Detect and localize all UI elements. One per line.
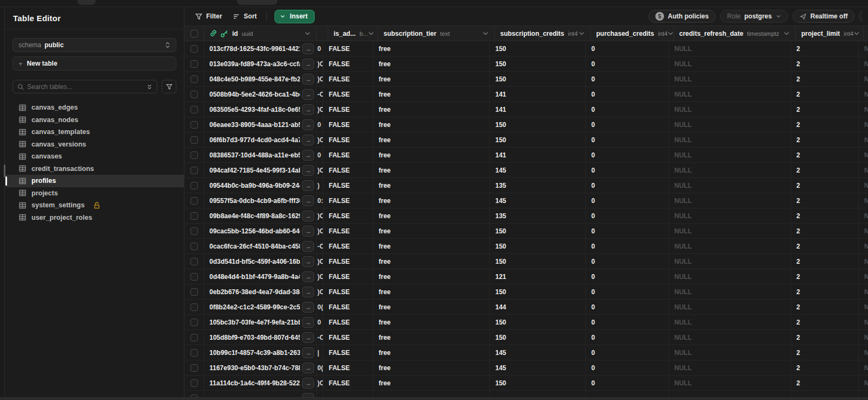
row-checkbox[interactable] bbox=[190, 75, 198, 83]
expand-row-button[interactable]: → bbox=[302, 59, 314, 69]
subscription-credits-cell[interactable]: 150 bbox=[490, 41, 586, 56]
project-limit-cell[interactable]: 2 bbox=[791, 117, 859, 132]
narrow-clipped-cell[interactable]: )C bbox=[317, 376, 323, 390]
id-cell[interactable]: 0d48e4d4-b1bf-4479-9a8b-4a4b...→ bbox=[204, 269, 317, 284]
subscription-tier-cell[interactable]: free bbox=[373, 72, 490, 86]
expand-row-button[interactable]: → bbox=[302, 317, 314, 328]
row-checkbox-cell[interactable] bbox=[184, 132, 204, 147]
expand-row-button[interactable]: → bbox=[302, 211, 314, 221]
credits-refresh-date-cell[interactable]: NULL bbox=[669, 178, 791, 193]
row-checkbox-cell[interactable] bbox=[184, 315, 204, 329]
subscription-credits-cell[interactable]: 150 bbox=[490, 224, 586, 238]
row-checkbox[interactable] bbox=[190, 45, 198, 53]
project-limit-cell[interactable]: 2 bbox=[791, 300, 859, 314]
purchased-credits-cell[interactable]: 0 bbox=[586, 345, 669, 360]
purchased-credits-cell[interactable]: 0 bbox=[586, 102, 669, 117]
purchased-credits-cell[interactable]: 0 bbox=[586, 178, 669, 193]
project-limit-cell[interactable]: 2 bbox=[791, 132, 859, 147]
is-admin-cell[interactable]: FALSE bbox=[323, 330, 373, 345]
column-menu-chevron-icon[interactable] bbox=[783, 30, 790, 36]
expand-row-button[interactable]: → bbox=[302, 165, 314, 176]
clipped-right-cell[interactable]: NULL bbox=[859, 360, 868, 375]
row-checkbox-cell[interactable] bbox=[184, 117, 204, 132]
row-checkbox-cell[interactable] bbox=[184, 193, 204, 208]
credits-refresh-date-cell[interactable]: NULL bbox=[669, 87, 791, 101]
column-header-purchased_credits[interactable]: purchased_creditsint4 bbox=[591, 26, 674, 41]
subscription-credits-cell[interactable]: 135 bbox=[490, 208, 586, 223]
filter-tables-button[interactable] bbox=[162, 80, 176, 93]
clipped-right-cell[interactable]: NULL bbox=[859, 178, 868, 193]
clipped-right-cell[interactable]: NULL bbox=[859, 163, 868, 177]
subscription-tier-cell[interactable]: free bbox=[373, 284, 490, 299]
sort-button[interactable]: Sort bbox=[227, 10, 262, 23]
project-limit-cell[interactable]: 2 bbox=[791, 102, 859, 117]
credits-refresh-date-cell[interactable]: NULL bbox=[669, 56, 791, 71]
narrow-clipped-cell[interactable]: )C bbox=[317, 56, 323, 71]
expand-row-button[interactable]: → bbox=[302, 271, 314, 282]
expand-row-button[interactable]: → bbox=[302, 195, 314, 206]
select-all-checkbox-cell[interactable] bbox=[184, 26, 204, 41]
row-checkbox-cell[interactable] bbox=[184, 300, 204, 314]
row-checkbox[interactable] bbox=[190, 182, 198, 189]
clipped-right-cell[interactable]: NULL bbox=[859, 87, 868, 101]
row-checkbox[interactable] bbox=[190, 319, 198, 326]
column-header-subscription_credits[interactable]: subscription_creditsint4 bbox=[495, 26, 591, 41]
subscription-tier-cell[interactable]: free bbox=[373, 345, 490, 360]
narrow-clipped-cell[interactable]: )C bbox=[317, 284, 323, 299]
clipped-right-cell[interactable]: NULL bbox=[859, 345, 868, 360]
credits-refresh-date-cell[interactable]: NULL bbox=[669, 376, 791, 390]
select-all-checkbox[interactable] bbox=[190, 30, 198, 37]
narrow-clipped-cell[interactable]: 0 bbox=[317, 148, 323, 162]
row-checkbox-cell[interactable] bbox=[184, 87, 204, 101]
purchased-credits-cell[interactable]: 0 bbox=[586, 315, 669, 329]
id-cell[interactable]: 06f6b7d3-977d-4cd0-acd4-4a78...→ bbox=[204, 132, 317, 147]
is-admin-cell[interactable]: FALSE bbox=[323, 87, 373, 101]
purchased-credits-cell[interactable]: 0 bbox=[586, 208, 669, 223]
purchased-credits-cell[interactable]: 0 bbox=[586, 163, 669, 177]
clipped-right-cell[interactable]: NULL bbox=[859, 269, 868, 284]
credits-refresh-date-cell[interactable]: NULL bbox=[669, 41, 791, 56]
column-menu-chevron-icon[interactable] bbox=[482, 30, 489, 36]
row-checkbox-cell[interactable] bbox=[184, 102, 204, 117]
subscription-tier-cell[interactable]: free bbox=[373, 254, 490, 269]
row-checkbox[interactable] bbox=[190, 258, 198, 265]
expand-row-button[interactable]: → bbox=[302, 241, 314, 252]
row-checkbox[interactable] bbox=[190, 106, 198, 113]
row-checkbox[interactable] bbox=[190, 273, 198, 281]
purchased-credits-cell[interactable]: 0 bbox=[586, 224, 669, 238]
is-admin-cell[interactable]: FALSE bbox=[323, 41, 373, 56]
narrow-clipped-cell[interactable]: )C bbox=[317, 132, 323, 147]
row-checkbox[interactable] bbox=[190, 243, 198, 250]
is-admin-cell[interactable]: FALSE bbox=[323, 284, 373, 299]
expand-row-button[interactable]: → bbox=[302, 150, 314, 161]
subscription-credits-cell[interactable]: 141 bbox=[490, 148, 586, 162]
expand-row-button[interactable]: → bbox=[302, 302, 314, 313]
project-limit-cell[interactable]: 2 bbox=[791, 284, 859, 299]
is-admin-cell[interactable]: FALSE bbox=[323, 102, 373, 117]
project-limit-cell[interactable]: 2 bbox=[791, 254, 859, 269]
row-checkbox-cell[interactable] bbox=[184, 345, 204, 360]
subscription-tier-cell[interactable]: free bbox=[373, 193, 490, 208]
subscription-credits-cell[interactable]: 150 bbox=[490, 315, 586, 329]
row-checkbox[interactable] bbox=[190, 227, 198, 235]
narrow-clipped-cell[interactable]: )C bbox=[317, 254, 323, 269]
clipped-right-cell[interactable]: NULL bbox=[859, 224, 868, 238]
narrow-clipped-cell[interactable]: -C bbox=[317, 239, 323, 253]
expand-row-button[interactable]: → bbox=[302, 226, 314, 237]
project-limit-cell[interactable]: 2 bbox=[791, 72, 859, 86]
project-limit-cell[interactable]: 2 bbox=[791, 41, 859, 56]
column-header-credits_refresh_date[interactable]: credits_refresh_datetimestamptz bbox=[674, 26, 796, 41]
project-limit-cell[interactable]: 2 bbox=[791, 178, 859, 193]
sidebar-item-canvas_versions[interactable]: canvas_versions bbox=[12, 138, 176, 151]
subscription-credits-cell[interactable]: 145 bbox=[490, 163, 586, 177]
subscription-credits-cell[interactable]: 150 bbox=[490, 132, 586, 147]
purchased-credits-cell[interactable]: 0 bbox=[586, 254, 669, 269]
is-admin-cell[interactable]: FALSE bbox=[323, 315, 373, 329]
clipped-right-cell[interactable]: NULL bbox=[859, 148, 868, 162]
api-docs-button[interactable]: API Do bbox=[859, 10, 863, 23]
project-limit-cell[interactable]: 2 bbox=[791, 56, 859, 71]
is-admin-cell[interactable]: FALSE bbox=[323, 269, 373, 284]
id-cell[interactable]: 0d3d541d-bf5c-459f-a406-16b93...→ bbox=[204, 254, 317, 269]
clipped-right-cell[interactable]: NULL bbox=[859, 376, 868, 390]
column-menu-chevron-icon[interactable] bbox=[667, 30, 674, 36]
